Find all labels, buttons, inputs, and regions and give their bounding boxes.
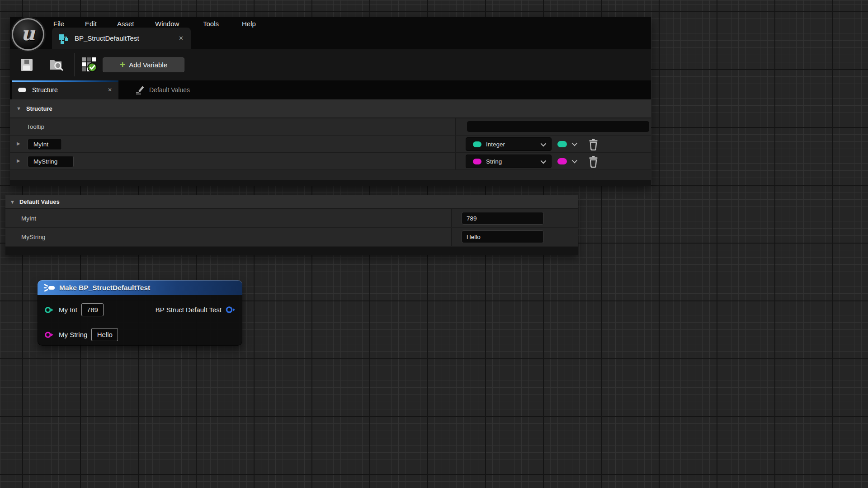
pin-row-my-int: My Int 789 [44,303,104,316]
type-dropdown-myint[interactable]: Integer [466,137,552,151]
chevron-down-icon [541,141,547,146]
add-variable-button[interactable]: + Add Variable [103,57,184,72]
structure-category-header[interactable]: ▼ Structure [10,99,651,118]
string-type-pill-icon [473,159,481,164]
tooltip-label: Tooltip [27,123,44,130]
pin-row-output: BP Struct Default Test [156,303,236,316]
node-title-bar[interactable]: Make BP_StructDefaultTest [38,280,242,295]
panel-bottom-edge [5,247,578,255]
structure-panel: ▼ Structure Tooltip ▶ MyInt Integer [10,99,651,186]
default-values-header[interactable]: ▼ Default Values [5,195,578,209]
delete-field-icon[interactable] [588,138,599,150]
default-value-row-mystring: MyString [5,228,578,247]
struct-field-row-myint: ▶ MyInt Integer [10,136,651,153]
compile-status-icon[interactable] [81,57,98,73]
toolbar-separator [74,53,75,76]
panel-filler [10,170,651,180]
default-values-panel: ▼ Default Values MyInt MyString [5,195,578,255]
panel-bottom-edge [10,180,651,186]
asset-tab-bp-structdefaulttest[interactable]: BP_StructDefaultTest ✕ [52,28,191,49]
menu-edit[interactable]: Edit [85,20,97,28]
struct-field-row-mystring: ▶ MyString String [10,153,651,170]
struct-editor-window: File Edit Asset Window Tools Help u BP_S… [10,17,651,186]
tab-structure[interactable]: Structure ✕ [12,80,118,99]
unreal-logo: u [12,18,44,51]
node-title: Make BP_StructDefaultTest [59,284,150,292]
tooltip-input[interactable] [467,121,650,132]
menu-tools[interactable]: Tools [203,20,219,28]
structure-pill-icon [18,88,26,92]
save-icon[interactable] [20,58,33,72]
toolbar: + Add Variable [10,49,651,80]
my-int-value-box[interactable]: 789 [81,303,104,316]
default-row-label: MyString [21,234,45,240]
field-name-input-myint[interactable]: MyInt [28,139,62,150]
expander-icon[interactable]: ▶ [17,158,20,163]
field-name-input-mystring[interactable]: MyString [28,156,74,167]
asset-tab-close-icon[interactable]: ✕ [179,35,184,42]
make-struct-icon [43,283,56,292]
menu-window[interactable]: Window [155,20,179,28]
pin-row-my-string: My String Hello [44,328,118,341]
menu-help[interactable]: Help [242,20,256,28]
menu-file[interactable]: File [53,20,64,28]
delete-field-icon[interactable] [588,155,599,168]
chevron-down-icon [541,158,547,164]
string-input-pin[interactable] [44,331,54,338]
expander-icon[interactable]: ▶ [17,141,20,146]
tab-default-values[interactable]: Default Values [121,80,216,99]
default-value-row-myint: MyInt [5,209,578,228]
collapse-triangle-icon[interactable]: ▼ [16,106,21,111]
doc-tab-strip: Structure ✕ Default Values [10,80,651,99]
my-string-value-box[interactable]: Hello [91,328,118,341]
plus-icon: + [120,60,125,69]
type-dropdown-mystring[interactable]: String [466,155,552,168]
myint-default-input[interactable] [462,212,544,225]
default-row-label: MyInt [21,215,36,222]
pin-color-icon [557,141,567,147]
make-struct-node[interactable]: Make BP_StructDefaultTest My Int 789 BP … [38,280,242,346]
struct-asset-icon [57,33,69,44]
pin-color-icon [557,158,567,164]
edit-defaults-icon [135,84,146,95]
mystring-default-input[interactable] [462,230,544,243]
struct-output-pin[interactable] [225,306,236,314]
integer-type-pill-icon [473,141,481,147]
tab-structure-close-icon[interactable]: ✕ [108,87,112,93]
browse-to-asset-icon[interactable] [49,58,63,71]
collapse-triangle-icon[interactable]: ▼ [10,199,15,205]
tooltip-row: Tooltip [10,118,651,136]
asset-tab-title: BP_StructDefaultTest [75,34,139,42]
menu-asset[interactable]: Asset [117,20,134,28]
integer-input-pin[interactable] [44,306,54,314]
